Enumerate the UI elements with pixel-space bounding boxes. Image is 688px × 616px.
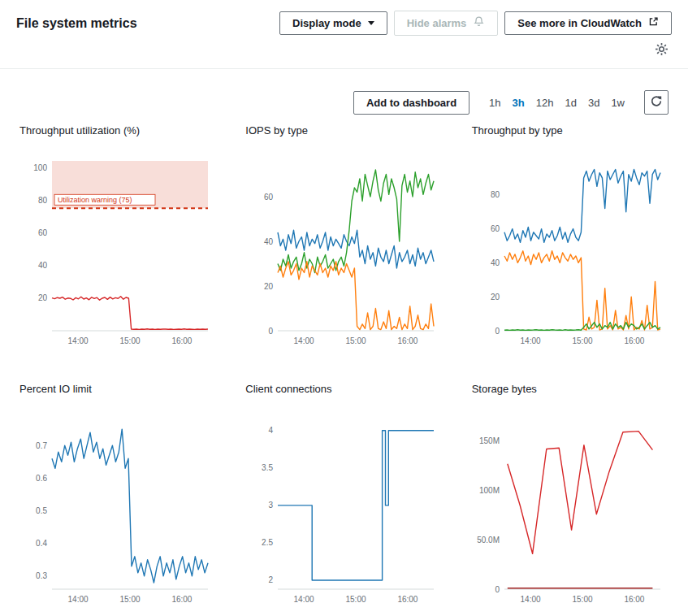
svg-text:16:00: 16:00: [171, 595, 192, 604]
client-connections-plot: 22.533.5414:0015:0016:00: [245, 401, 442, 609]
svg-text:20: 20: [264, 282, 274, 291]
throughput-utilization-plot: 2040608010014:0015:0016:00Utilization wa…: [19, 143, 216, 350]
svg-text:100M: 100M: [479, 486, 500, 495]
display-mode-button[interactable]: Display mode: [279, 11, 387, 35]
storage-bytes-plot: 050.0M100M150M14:0015:0016:00: [472, 401, 669, 609]
svg-text:20: 20: [491, 293, 500, 301]
svg-text:2: 2: [269, 575, 274, 584]
chart-title: IOPS by type: [245, 124, 442, 137]
svg-text:2.5: 2.5: [262, 538, 273, 547]
file-system-metrics-page: File system metrics Display mode Hide al…: [0, 0, 688, 616]
svg-text:0.7: 0.7: [36, 441, 47, 450]
svg-text:60: 60: [38, 228, 48, 237]
svg-text:80: 80: [38, 196, 48, 205]
svg-text:14:00: 14:00: [294, 336, 314, 345]
svg-text:16:00: 16:00: [171, 336, 192, 345]
chevron-down-icon: [368, 21, 374, 25]
header-sub-row: [0, 39, 688, 68]
svg-text:16:00: 16:00: [624, 336, 644, 345]
svg-text:100: 100: [33, 163, 47, 172]
throughput-by-type-plot: 02040608014:0015:0016:00: [472, 143, 669, 350]
metrics-panel: Add to dashboard 1h 3h 12h 1d 3d 1w: [0, 69, 688, 609]
svg-text:16:00: 16:00: [398, 595, 418, 604]
svg-text:Utilization warning (75): Utilization warning (75): [58, 196, 132, 204]
svg-text:0.5: 0.5: [36, 506, 47, 515]
gear-icon: [655, 42, 669, 59]
time-range-12h[interactable]: 12h: [536, 97, 554, 109]
svg-text:16:00: 16:00: [624, 595, 644, 604]
svg-text:3.5: 3.5: [262, 463, 273, 472]
svg-text:40: 40: [38, 261, 48, 270]
hide-alarms-button[interactable]: Hide alarms: [394, 11, 499, 36]
chart-client-connections: Client connections 22.533.5414:0015:0016…: [245, 383, 442, 609]
bell-icon: [473, 15, 485, 31]
hide-alarms-label: Hide alarms: [407, 16, 467, 30]
time-range-1w[interactable]: 1w: [611, 97, 625, 109]
svg-text:50.0M: 50.0M: [477, 536, 500, 544]
external-link-icon: [648, 16, 659, 30]
page-header: File system metrics Display mode Hide al…: [0, 0, 688, 39]
refresh-button[interactable]: [644, 90, 669, 115]
svg-text:20: 20: [38, 293, 48, 302]
add-to-dashboard-button[interactable]: Add to dashboard: [353, 91, 469, 115]
svg-text:80: 80: [491, 190, 500, 199]
chart-title: Throughput by type: [472, 124, 669, 137]
see-more-cloudwatch-label: See more in CloudWatch: [517, 16, 642, 30]
svg-text:0: 0: [495, 327, 500, 336]
svg-text:15:00: 15:00: [346, 336, 366, 345]
chart-iops-by-type: IOPS by type 020406014:0015:0016:00: [245, 124, 442, 350]
time-range-selector: 1h 3h 12h 1d 3d 1w: [489, 97, 625, 109]
chart-percent-io-limit: Percent IO limit 0.30.40.50.60.714:0015:…: [19, 383, 216, 609]
chart-title: Client connections: [245, 383, 442, 395]
svg-text:3: 3: [269, 501, 274, 510]
svg-text:15:00: 15:00: [572, 595, 592, 604]
svg-text:14:00: 14:00: [68, 336, 89, 345]
svg-text:60: 60: [491, 224, 500, 233]
chart-throughput-by-type: Throughput by type 02040608014:0015:0016…: [472, 124, 669, 350]
svg-text:0.4: 0.4: [36, 539, 47, 548]
svg-text:14:00: 14:00: [68, 595, 89, 604]
svg-text:14:00: 14:00: [520, 595, 540, 604]
display-mode-label: Display mode: [292, 16, 361, 30]
percent-io-limit-plot: 0.30.40.50.60.714:0015:0016:00: [19, 401, 216, 609]
refresh-icon: [650, 95, 663, 111]
chart-title: Throughput utilization (%): [19, 124, 216, 137]
time-range-3h[interactable]: 3h: [513, 97, 525, 109]
time-range-1d[interactable]: 1d: [565, 97, 576, 109]
svg-text:0: 0: [495, 585, 500, 594]
time-range-3d[interactable]: 3d: [588, 97, 599, 109]
svg-text:15:00: 15:00: [119, 595, 140, 604]
time-range-1h[interactable]: 1h: [489, 97, 500, 109]
svg-text:16:00: 16:00: [398, 336, 418, 345]
svg-text:60: 60: [264, 193, 274, 202]
svg-text:15:00: 15:00: [346, 595, 366, 604]
svg-text:0.6: 0.6: [36, 474, 47, 483]
charts-grid: Throughput utilization (%) 2040608010014…: [19, 124, 669, 609]
charts-toolbar: Add to dashboard 1h 3h 12h 1d 3d 1w: [19, 90, 669, 115]
svg-text:0.3: 0.3: [36, 571, 47, 580]
svg-text:40: 40: [491, 258, 500, 267]
page-title: File system metrics: [16, 16, 137, 31]
chart-storage-bytes: Storage bytes 050.0M100M150M14:0015:0016…: [472, 383, 669, 609]
svg-text:4: 4: [269, 426, 274, 435]
svg-text:14:00: 14:00: [294, 595, 314, 604]
see-more-cloudwatch-button[interactable]: See more in CloudWatch: [504, 11, 672, 35]
chart-title: Percent IO limit: [19, 383, 216, 395]
svg-text:15:00: 15:00: [119, 336, 140, 345]
svg-text:0: 0: [269, 327, 274, 336]
svg-text:150M: 150M: [479, 436, 500, 445]
header-actions: Display mode Hide alarms See more in Clo…: [279, 11, 672, 36]
svg-text:15:00: 15:00: [572, 336, 592, 345]
chart-title: Storage bytes: [472, 383, 669, 395]
iops-by-type-plot: 020406014:0015:0016:00: [245, 143, 442, 350]
svg-text:40: 40: [264, 237, 274, 246]
svg-text:14:00: 14:00: [520, 336, 540, 345]
settings-button[interactable]: [653, 41, 670, 60]
chart-throughput-utilization: Throughput utilization (%) 2040608010014…: [19, 124, 216, 350]
